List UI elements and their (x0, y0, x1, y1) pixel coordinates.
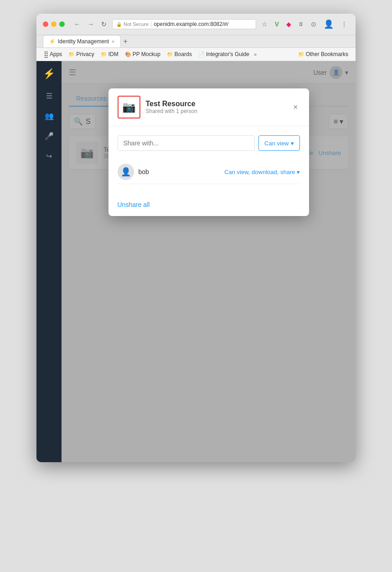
traffic-lights (43, 21, 65, 27)
bookmark-boards[interactable]: 📁 Boards (164, 50, 195, 58)
extension-1[interactable]: V (273, 20, 281, 29)
title-bar: ← → ↻ 🔒 Not Secure | openidm.example.com… (36, 14, 356, 35)
share-modal: 📷 Test Resource Shared with 1 person × (108, 88, 309, 216)
permission-label: Can view, download, share (224, 169, 295, 175)
sidebar-item-users[interactable]: 👥 (41, 108, 57, 124)
user-icon: 👤 (121, 167, 131, 177)
permission-dropdown-icon: ▾ (297, 169, 300, 175)
doc-icon: 📄 (198, 52, 205, 57)
integrators-label: Integrator's Guide (206, 51, 249, 57)
bookmark-privacy[interactable]: 📁 Privacy (66, 50, 97, 58)
new-tab-button[interactable]: + (121, 37, 130, 46)
bookmark-idm[interactable]: 📁 IDM (98, 50, 121, 58)
modal-camera-icon: 📷 (122, 101, 136, 113)
tab-close-button[interactable]: × (112, 39, 114, 44)
bookmarks-bar: ⣿ Apps 📁 Privacy 📁 IDM 🎨 PP Mockup 📁 Boa… (36, 48, 356, 61)
share-icon: ↪ (46, 152, 52, 160)
browser-window: ← → ↻ 🔒 Not Secure | openidm.example.com… (36, 14, 356, 462)
shared-username: bob (139, 168, 149, 175)
reload-button[interactable]: ↻ (99, 20, 108, 29)
minimize-button[interactable] (51, 21, 57, 27)
share-input-row: Can view ▾ (118, 135, 300, 151)
idm-label: IDM (108, 51, 119, 57)
folder-icon-4: 📁 (298, 52, 304, 57)
active-tab[interactable]: ⚡ Identity Management × (43, 35, 121, 47)
boards-label: Boards (175, 51, 192, 57)
share-with-input[interactable] (118, 135, 255, 151)
extension-3[interactable]: 🗓 (297, 21, 305, 28)
main-content: ☰ User 👤 ▾ Resources 🔍 (62, 61, 356, 462)
bookmark-button[interactable]: ☆ (260, 20, 269, 29)
forward-button[interactable]: → (86, 20, 96, 29)
mic-icon: 🎤 (45, 132, 54, 140)
modal-footer: Unshare all (108, 193, 309, 216)
bookmark-pp-mockup[interactable]: 🎨 PP Mockup (122, 50, 163, 58)
not-secure-label: Not Secure (124, 21, 149, 27)
pp-icon: 🎨 (125, 52, 131, 57)
address-bar[interactable]: 🔒 Not Secure | openidm.example.com:8082/… (112, 19, 256, 29)
bookmark-other[interactable]: 📁 Other Bookmarks (295, 50, 351, 58)
users-icon: 👥 (45, 112, 54, 120)
url-text: openidm.example.com:8082/#/ (154, 21, 228, 27)
modal-title-area: Test Resource Shared with 1 person (146, 100, 286, 114)
more-bookmarks-button[interactable]: » (254, 52, 257, 57)
privacy-label: Privacy (76, 51, 94, 57)
sidebar: ⚡ ☰ 👥 🎤 ↪ (36, 61, 62, 462)
modal-body: Can view ▾ 👤 bob Can view, download, (108, 126, 309, 193)
hamburger-icon: ☰ (46, 92, 52, 100)
logo-icon: ⚡ (43, 68, 55, 80)
modal-header: 📷 Test Resource Shared with 1 person × (108, 88, 309, 126)
modal-subtitle: Shared with 1 person (146, 108, 286, 114)
bookmark-integrators[interactable]: 📄 Integrator's Guide (196, 50, 252, 58)
can-view-label: Can view (264, 140, 289, 147)
sidebar-item-menu[interactable]: ☰ (41, 88, 57, 104)
sidebar-logo[interactable]: ⚡ (41, 66, 57, 82)
menu-button[interactable]: ⋮ (339, 20, 349, 29)
tab-favicon: ⚡ (49, 38, 55, 45)
other-bookmarks-label: Other Bookmarks (306, 51, 348, 57)
unshare-all-button[interactable]: Unshare all (118, 201, 150, 208)
modal-thumbnail: 📷 (118, 96, 140, 119)
close-button[interactable] (43, 21, 48, 27)
sidebar-item-share[interactable]: ↪ (41, 148, 57, 164)
modal-overlay: 📷 Test Resource Shared with 1 person × (62, 61, 356, 462)
lock-icon: 🔒 (116, 22, 122, 27)
tab-title: Identity Management (58, 38, 109, 45)
folder-icon-2: 📁 (101, 52, 107, 57)
extension-4[interactable]: ⊙ (309, 20, 318, 29)
back-button[interactable]: ← (72, 20, 82, 29)
extension-2[interactable]: ◆ (284, 20, 293, 29)
folder-icon: 📁 (68, 52, 75, 57)
can-view-dropdown-icon: ▾ (291, 140, 294, 147)
bookmark-apps[interactable]: ⣿ Apps (41, 50, 65, 59)
user-avatar-circle: 👤 (118, 164, 134, 180)
sidebar-item-mic[interactable]: 🎤 (41, 128, 57, 144)
apps-icon: ⣿ (44, 51, 48, 58)
modal-title: Test Resource (146, 100, 286, 108)
folder-icon-3: 📁 (167, 52, 173, 57)
permission-dropdown[interactable]: Can view, download, share ▾ (224, 169, 299, 175)
tab-bar: ⚡ Identity Management × + (36, 35, 356, 48)
shared-user-row: 👤 bob Can view, download, share ▾ (118, 160, 300, 184)
app-container: ⚡ ☰ 👥 🎤 ↪ ☰ User 👤 ▾ (36, 61, 356, 462)
modal-close-button[interactable]: × (291, 101, 300, 114)
pp-mockup-label: PP Mockup (133, 51, 160, 57)
maximize-button[interactable] (59, 21, 65, 27)
apps-label: Apps (50, 51, 62, 57)
can-view-button[interactable]: Can view ▾ (258, 135, 299, 151)
profile-button[interactable]: 👤 (322, 18, 335, 30)
separator: | (150, 21, 152, 27)
